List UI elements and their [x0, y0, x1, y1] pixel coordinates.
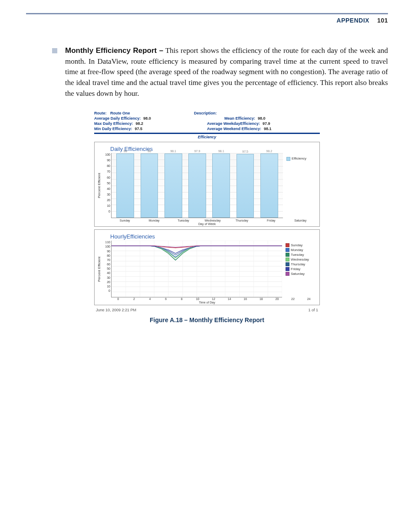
report-footer: June 10, 2009 2:21 PM 1 of 1	[94, 308, 320, 312]
page-number: 101	[377, 17, 388, 24]
figure-caption: Figure A.18 – Monthly Efficiency Report	[94, 317, 320, 323]
max-label: Max Daily Efficiency:	[94, 121, 133, 126]
paragraph-lead: Monthly Efficiency Report –	[65, 46, 163, 55]
legend-item: Monday	[286, 248, 317, 252]
avg-wkend-label: Average Weekend Efficiency:	[207, 127, 261, 131]
daily-efficiencies-chart: Daily Efficiencies Percent Efficient 100…	[94, 142, 320, 227]
description-label: Description:	[194, 111, 217, 115]
footer-page: 1 of 1	[308, 308, 318, 312]
legend-item: Wednesday	[286, 258, 317, 261]
avg-wkday-label: Average WeekdayEfficiency:	[207, 121, 260, 126]
legend-item: Sunday	[286, 243, 317, 247]
mean-value: 98.0	[258, 116, 266, 121]
chart1-legend: Efficiency	[283, 153, 317, 218]
mean-label: Mean Efficiency:	[224, 116, 255, 121]
section-title: APPENDIX	[337, 17, 370, 24]
max-value: 98.2	[136, 121, 144, 126]
legend-item: Friday	[286, 267, 317, 271]
min-label: Min Daily Efficiency:	[94, 127, 132, 131]
avg-wkend-value: 98.1	[264, 127, 272, 131]
page-header: APPENDIX 101	[26, 17, 388, 24]
chart1-xlabel: Day of Week	[97, 222, 317, 225]
route-label: Route:	[94, 111, 107, 115]
bullet-icon	[52, 48, 57, 53]
efficiency-title: Efficiency	[94, 133, 320, 139]
hourly-efficiencies-chart: HourlyEfficiencies Percent Efficient 110…	[94, 229, 320, 305]
chart2-ylabel: Percent Efficient	[97, 241, 102, 297]
chart2-xlabel: Time of Day	[97, 301, 317, 304]
chart2-title: HourlyEfficiencies	[110, 233, 317, 240]
body-paragraph: Monthly Efficiency Report – This report …	[65, 46, 388, 99]
report-figure: Route: Route One Description: Average Da…	[94, 111, 320, 323]
legend-item: Saturday	[286, 272, 317, 276]
chart2-legend: SundayMondayTuesdayWednesdayThursdayFrid…	[282, 241, 317, 297]
avg-wkday-value: 97.9	[263, 121, 270, 126]
min-value: 97.5	[135, 127, 143, 131]
avg-daily-label: Average Daily Efficiency:	[94, 116, 141, 121]
avg-daily-value: 98.0	[143, 116, 151, 121]
chart1-legend-label: Efficiency	[292, 157, 306, 160]
footer-date: June 10, 2009 2:21 PM	[96, 308, 136, 312]
legend-item: Thursday	[286, 262, 317, 266]
route-value: Route One	[110, 111, 130, 115]
legend-item: Tuesday	[286, 253, 317, 257]
chart1-ylabel: Percent Efficient	[97, 153, 102, 218]
report-meta: Route: Route One Description: Average Da…	[94, 111, 320, 131]
